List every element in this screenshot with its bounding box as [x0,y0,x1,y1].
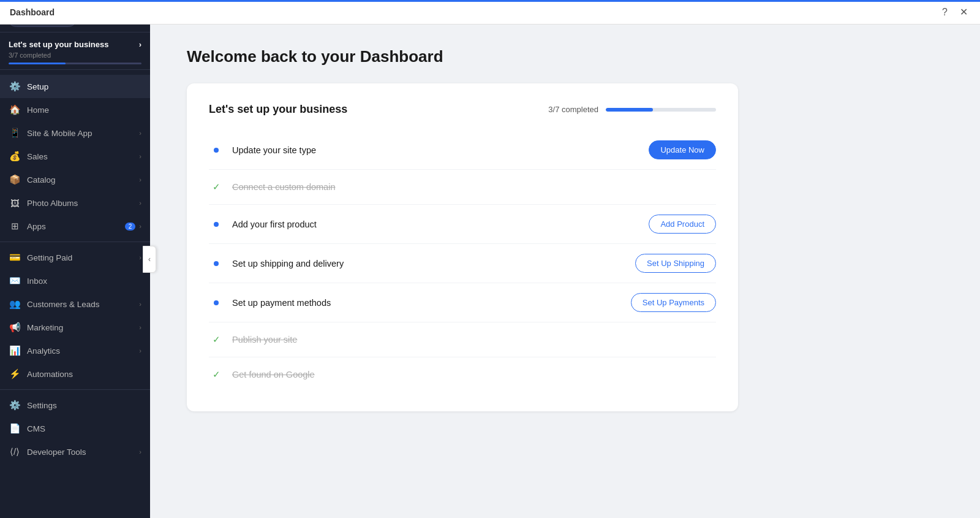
automations-icon: ⚡ [9,368,21,380]
cms-icon: 📄 [9,422,21,435]
task-item-site-type: Update your site typeUpdate Now [209,131,716,170]
sales-icon: 💰 [9,150,21,162]
setup-card-progress: 3/7 completed [548,105,716,114]
sidebar-item-label-setup: Setup [27,82,141,91]
sidebar-item-label-developer-tools: Developer Tools [27,448,139,457]
task-indicator-publish: ✓ [209,332,224,347]
sidebar-item-customers-leads[interactable]: 👥Customers & Leads› [0,292,150,316]
window-title: Dashboard [10,7,55,17]
help-button[interactable]: ? [940,4,950,20]
setup-card-title: Let's set up your business [209,103,347,116]
task-indicator-shipping [209,256,224,271]
sidebar-item-label-sales: Sales [27,152,139,161]
chevron-icon-catalog: › [139,176,141,183]
dot-icon-site-type [214,148,219,153]
sidebar-item-setup[interactable]: ⚙️Setup [0,75,150,98]
settings-icon: ⚙️ [9,399,21,411]
task-action-shipping[interactable]: Set Up Shipping [635,254,716,273]
title-bar-left: Dashboard [10,7,55,17]
setup-icon: ⚙️ [9,80,21,93]
sidebar-item-automations[interactable]: ⚡Automations [0,362,150,386]
task-label-payment: Set up payment methods [232,298,631,308]
chevron-icon-customers-leads: › [139,300,141,308]
site-mobile-icon: 📱 [9,127,21,139]
task-label-shipping: Set up shipping and delivery [232,259,635,269]
task-label-first-product: Add your first product [232,219,649,229]
sidebar-item-cms[interactable]: 📄CMS [0,417,150,440]
task-label-publish: Publish your site [232,335,716,345]
sidebar-item-sales[interactable]: 💰Sales› [0,145,150,168]
task-indicator-first-product [209,217,224,232]
nav-divider [0,389,150,390]
sidebar-item-marketing[interactable]: 📢Marketing› [0,316,150,339]
dot-icon-first-product [214,222,219,227]
sidebar-item-getting-paid[interactable]: 💳Getting Paid› [0,246,150,269]
task-label-site-type: Update your site type [232,145,649,155]
sidebar-item-label-analytics: Analytics [27,346,139,356]
close-button[interactable]: ✕ [957,4,970,20]
task-indicator-payment [209,295,224,310]
sidebar-item-label-catalog: Catalog [27,175,139,185]
check-icon-publish: ✓ [213,334,221,345]
collapse-icon: ‹ [148,255,151,264]
check-icon-custom-domain: ✓ [213,181,221,192]
setup-progress-bar [9,63,141,64]
title-bar-controls: ? ✕ [940,4,970,20]
nav-divider [0,242,150,242]
sidebar-item-label-site-mobile: Site & Mobile App [27,129,139,138]
marketing-icon: 📢 [9,321,21,333]
task-label-custom-domain: Connect a custom domain [232,182,716,192]
sidebar-item-home[interactable]: 🏠Home [0,98,150,121]
task-action-first-product[interactable]: Add Product [649,215,716,234]
task-action-site-type[interactable]: Update Now [649,140,716,159]
task-label-google: Get found on Google [232,370,716,379]
task-item-publish: ✓Publish your site [209,322,716,357]
sidebar-item-label-getting-paid: Getting Paid [27,253,139,262]
task-item-shipping: Set up shipping and deliverySet Up Shipp… [209,244,716,283]
progress-fill [606,108,653,112]
sidebar-item-label-home: Home [27,105,141,115]
sidebar-collapse-button[interactable]: ‹ [143,246,156,273]
page-title: Welcome back to your Dashboard [187,47,943,66]
customers-leads-icon: 👥 [9,298,21,310]
task-item-first-product: Add your first productAdd Product [209,205,716,244]
chevron-icon-marketing: › [139,324,141,331]
sidebar-item-analytics[interactable]: 📊Analytics› [0,339,150,362]
apps-icon: ⊞ [9,220,21,232]
home-icon: 🏠 [9,104,21,116]
getting-paid-icon: 💳 [9,251,21,264]
nav-badge-apps: 2 [125,223,136,230]
catalog-icon: 📦 [9,173,21,186]
dot-icon-payment [214,300,219,305]
developer-tools-icon: ⟨/⟩ [9,446,21,458]
analytics-icon: 📊 [9,345,21,357]
sidebar-item-label-settings: Settings [27,401,141,410]
sidebar-item-label-photo-albums: Photo Albums [27,199,139,208]
setup-progress-fill [9,63,66,64]
sidebar-item-catalog[interactable]: 📦Catalog› [0,168,150,191]
main-content: Welcome back to your Dashboard Let's set… [150,23,980,518]
task-item-custom-domain: ✓Connect a custom domain [209,170,716,205]
task-indicator-google: ✓ [209,367,224,382]
sidebar-item-inbox[interactable]: ✉️Inbox [0,269,150,292]
task-action-payment[interactable]: Set Up Payments [631,293,716,312]
title-bar: Dashboard ? ✕ [0,0,980,25]
accent-bar [0,0,980,2]
setup-section[interactable]: Let's set up your business › 3/7 complet… [0,32,150,70]
progress-track [606,108,716,112]
task-indicator-site-type [209,143,224,158]
sidebar-item-developer-tools[interactable]: ⟨/⟩Developer Tools› [0,440,150,463]
sidebar-item-settings[interactable]: ⚙️Settings [0,394,150,417]
chevron-icon-analytics: › [139,347,141,354]
sidebar-item-apps[interactable]: ⊞Apps2› [0,215,150,238]
dot-icon-shipping [214,261,219,266]
sidebar: ★ Favorites ▾ Let's set up your business… [0,2,150,518]
task-indicator-custom-domain: ✓ [209,180,224,194]
setup-title[interactable]: Let's set up your business › [9,40,141,49]
chevron-icon-developer-tools: › [139,448,141,455]
setup-title-text: Let's set up your business [9,40,108,49]
sidebar-item-photo-albums[interactable]: 🖼Photo Albums› [0,191,150,215]
sidebar-item-label-cms: CMS [27,424,141,433]
sidebar-item-site-mobile[interactable]: 📱Site & Mobile App› [0,121,150,145]
task-item-payment: Set up payment methodsSet Up Payments [209,283,716,322]
